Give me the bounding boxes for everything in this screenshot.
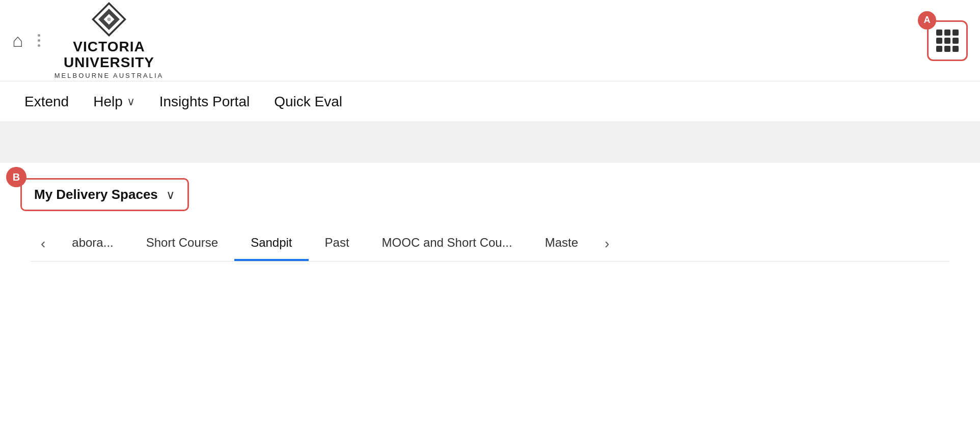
grid-cell-9 [952, 46, 959, 52]
grey-spacer-section [0, 122, 980, 163]
university-name-line2: UNIVERSITY [55, 55, 164, 71]
header-left: ⌂ VICTORIA UNIVERSITY MELBOURNE AUSTRALI… [12, 2, 164, 79]
help-chevron-down-icon: ∨ [127, 95, 135, 108]
tabs-bar: ‹ abora... Short Course Sandpit Past MOO… [31, 226, 949, 262]
dot-2 [38, 39, 40, 42]
nav-help-label: Help [93, 94, 123, 110]
delivery-chevron-down-icon: ∨ [166, 188, 175, 202]
svg-point-3 [107, 18, 111, 21]
tab-past[interactable]: Past [309, 226, 366, 261]
tabs-prev-arrow[interactable]: ‹ [31, 236, 56, 252]
delivery-spaces-label: My Delivery Spaces [34, 187, 158, 202]
nav-item-insights-portal[interactable]: Insights Portal [159, 94, 250, 110]
nav-item-extend[interactable]: Extend [24, 94, 69, 110]
header: ⌂ VICTORIA UNIVERSITY MELBOURNE AUSTRALI… [0, 0, 980, 81]
nav-item-quick-eval[interactable]: Quick Eval [274, 94, 342, 110]
nav-bar: Extend Help ∨ Insights Portal Quick Eval [0, 81, 980, 122]
grid-button-wrapper: A [927, 20, 968, 61]
grid-cell-7 [936, 46, 942, 52]
nav-quick-eval-label: Quick Eval [274, 94, 342, 110]
grid-cell-3 [952, 30, 959, 36]
grid-cell-5 [944, 38, 950, 44]
annotation-b: B [6, 167, 26, 187]
my-delivery-spaces-dropdown[interactable]: My Delivery Spaces ∨ [20, 178, 189, 211]
grid-cell-4 [936, 38, 942, 44]
annotation-a: A [918, 11, 936, 30]
grid-icon [936, 30, 959, 52]
logo-diamond-svg [91, 2, 127, 37]
grid-cell-1 [936, 30, 942, 36]
delivery-dropdown-wrapper: B My Delivery Spaces ∨ [20, 178, 189, 211]
tab-short-course[interactable]: Short Course [130, 226, 234, 261]
dot-1 [38, 34, 40, 37]
university-logo: VICTORIA UNIVERSITY MELBOURNE AUSTRALIA [55, 2, 164, 79]
delivery-section: B My Delivery Spaces ∨ ‹ abora... Short … [0, 163, 980, 262]
grid-cell-6 [952, 38, 959, 44]
university-name-line1: VICTORIA [55, 39, 164, 55]
nav-item-help[interactable]: Help ∨ [93, 94, 135, 110]
logo-text: VICTORIA UNIVERSITY MELBOURNE AUSTRALIA [55, 39, 164, 79]
tabs-section: ‹ abora... Short Course Sandpit Past MOO… [20, 211, 960, 262]
tab-collabora[interactable]: abora... [56, 226, 129, 261]
dot-3 [38, 44, 40, 47]
tabs-next-arrow[interactable]: › [594, 236, 619, 252]
nav-extend-label: Extend [24, 94, 69, 110]
grid-cell-2 [944, 30, 950, 36]
nav-insights-label: Insights Portal [159, 94, 250, 110]
grid-cell-8 [944, 46, 950, 52]
university-location: MELBOURNE AUSTRALIA [55, 72, 164, 79]
tab-maste[interactable]: Maste [529, 226, 594, 261]
tab-sandpit[interactable]: Sandpit [234, 226, 308, 261]
home-icon[interactable]: ⌂ [12, 30, 23, 51]
tab-mooc-short-course[interactable]: MOOC and Short Cou... [366, 226, 529, 261]
dots-separator [38, 34, 40, 47]
